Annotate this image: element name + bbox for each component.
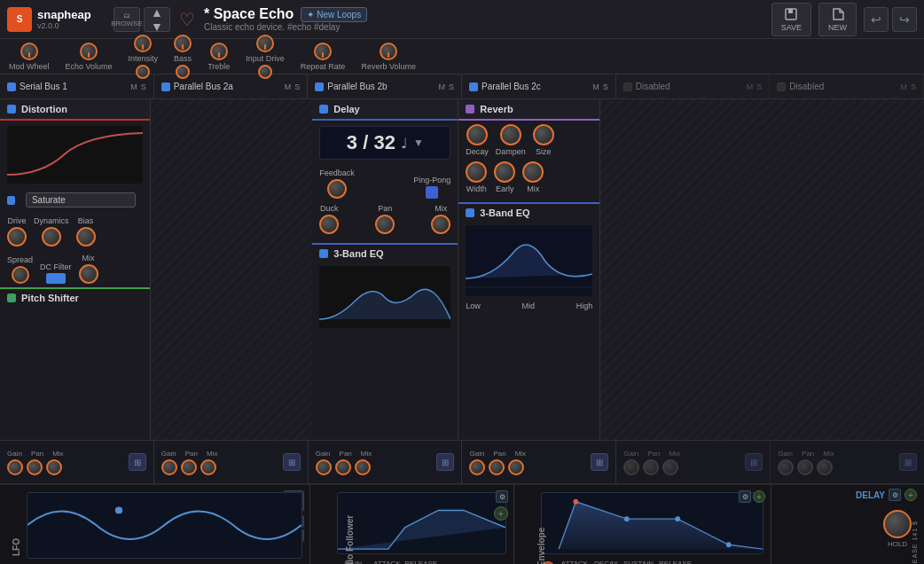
eq-small-led[interactable] (319, 249, 328, 258)
ch3-expand-btn[interactable]: ⊞ (436, 453, 454, 471)
ch3-pan-knob[interactable] (335, 459, 351, 475)
env-sustain-stat: SUSTAIN 39 % (623, 560, 654, 564)
bus-parallel-2b[interactable]: Parallel Bus 2b M S (308, 74, 462, 98)
dampen-col: Dampen (496, 124, 526, 156)
ch1-expand-btn[interactable]: ⊞ (129, 453, 146, 471)
width-knob[interactable] (466, 161, 487, 183)
undo-button[interactable]: ↩ (864, 7, 889, 32)
af-settings-btn[interactable]: ⚙ (496, 490, 508, 503)
delay-right-plus-btn[interactable]: + (904, 489, 917, 501)
drive-knob[interactable] (7, 227, 27, 247)
distortion-led[interactable] (7, 105, 16, 114)
delay-right-settings-btn[interactable]: ⚙ (889, 489, 901, 501)
ch4-gain-knob[interactable] (469, 459, 485, 475)
ch4-expand-btn[interactable]: ⊞ (591, 453, 608, 471)
ch1-pan-knob[interactable] (27, 459, 43, 475)
redo-button[interactable]: ↪ (892, 7, 917, 32)
reverb-panel: Reverb Decay Dampen Size (458, 99, 600, 440)
delay-row1: Feedback Ping-Pong (319, 168, 450, 199)
ping-pong-toggle[interactable] (426, 186, 438, 199)
ch1-mix-knob[interactable] (46, 459, 62, 475)
ch3-gain-knob[interactable] (316, 459, 332, 475)
ch5-pan-knob[interactable] (643, 459, 659, 475)
ch3-mix-knob[interactable] (355, 459, 371, 475)
delay-menu-icon[interactable]: ▼ (413, 137, 424, 149)
input-drive-knob[interactable] (256, 35, 274, 52)
undo-redo: ↩ ↪ (864, 7, 917, 32)
bus-led-p2a (161, 82, 170, 91)
decay-knob[interactable] (466, 124, 488, 145)
treble-knob[interactable] (210, 43, 228, 60)
spread-knob[interactable] (12, 266, 29, 284)
bus-parallel-2c[interactable]: Parallel Bus 2c M S (462, 74, 616, 98)
af-release-stat: RELEASE 10.0 s (404, 560, 437, 564)
ch6-mix-knob[interactable] (817, 459, 833, 475)
dist-mix-knob[interactable] (79, 264, 98, 284)
ch1-gain-knob[interactable] (7, 459, 23, 475)
ch6-pan-knob[interactable] (797, 459, 813, 475)
bus-serial-1[interactable]: Serial Bus 1 M S (0, 74, 154, 98)
eq-large-led[interactable] (466, 208, 474, 217)
saturate-select[interactable]: Saturate (26, 192, 136, 208)
ch6-gain-knob[interactable] (778, 459, 794, 475)
reverb-led[interactable] (466, 105, 474, 114)
pitch-shifter-led[interactable] (7, 294, 16, 302)
saturate-led[interactable] (7, 196, 15, 205)
delay-mix-knob[interactable] (431, 215, 450, 234)
dc-filter-toggle[interactable] (46, 273, 66, 284)
dynamics-knob[interactable] (42, 227, 61, 247)
ch5-expand-btn[interactable]: ⊞ (745, 453, 763, 471)
new-button[interactable]: NEW (818, 3, 857, 36)
ch4-mix-knob[interactable] (508, 459, 524, 475)
save-button[interactable]: SAVE (771, 3, 811, 36)
pitch-shifter-header: Pitch Shifter (0, 287, 150, 307)
duck-knob[interactable] (319, 215, 339, 234)
envelope-panel: Envelope ⚙ + ATT (514, 485, 771, 564)
bass-knob[interactable] (174, 35, 192, 52)
ch2-mix-knob[interactable] (200, 459, 216, 475)
early-col: Early (494, 161, 515, 193)
ch2-gain-knob[interactable] (161, 459, 177, 475)
bus-parallel-2a[interactable]: Parallel Bus 2a M S (154, 74, 309, 98)
top-bar: S snapheap v2.0.0 🗂 BROWSE ▲▼ ♡ * Space … (0, 0, 924, 39)
env-release-stat: RELEASE 1.41 s (659, 560, 692, 564)
repeat-rate-knob[interactable] (314, 43, 332, 60)
reverb-mix-knob[interactable] (522, 161, 544, 183)
reverb-volume-knob[interactable] (380, 43, 397, 60)
bus-row: Serial Bus 1 M S Parallel Bus 2a M S Par… (0, 74, 924, 99)
delay-pan-col: Pan (375, 204, 395, 234)
ch2-expand-btn[interactable]: ⊞ (283, 453, 301, 471)
empty-panel-1 (151, 99, 312, 440)
early-knob[interactable] (494, 161, 515, 183)
delay-pan-knob[interactable] (375, 215, 395, 234)
af-plus-button[interactable]: + (494, 506, 508, 521)
hold-release-text: HOLD RELEASE 141 $ (912, 521, 918, 564)
bias-knob[interactable] (76, 227, 96, 247)
browse-button[interactable]: 🗂 BROWSE (114, 7, 140, 32)
ch5-mix-knob[interactable] (662, 459, 678, 475)
delay-time-display: 3 / 32 ♩ ▼ (319, 126, 450, 160)
svg-rect-1 (788, 9, 793, 13)
delay-led[interactable] (319, 105, 328, 114)
favorite-icon[interactable]: ♡ (179, 9, 195, 30)
bottom-row: LFO ⚙ ▲ ▼ ▶ 0.124 Hz (0, 484, 924, 564)
ch4-pan-knob[interactable] (489, 459, 505, 475)
mod-wheel-knob[interactable] (20, 43, 38, 60)
delay-hold-knob[interactable] (883, 510, 912, 538)
bus-led-serial1 (7, 82, 16, 91)
ch2-pan-knob[interactable] (181, 459, 197, 475)
env-settings-btn[interactable]: ⚙ (739, 490, 751, 503)
echo-volume-knob[interactable] (80, 43, 98, 60)
intensity-knob[interactable] (134, 35, 152, 52)
dampen-knob[interactable] (500, 124, 521, 145)
up-down-button[interactable]: ▲▼ (144, 7, 170, 32)
duck-col: Duck (319, 204, 339, 234)
feedback-knob[interactable] (327, 179, 347, 199)
ch6-expand-btn[interactable]: ⊞ (899, 453, 917, 471)
env-attack-stat: ATTACK 0.00 ms (560, 560, 589, 564)
ch5-gain-knob[interactable] (623, 459, 639, 475)
env-top-buttons: ⚙ + (739, 490, 765, 503)
size-knob[interactable] (533, 124, 554, 145)
distortion-curve (7, 126, 143, 184)
env-plus-btn[interactable]: + (753, 490, 765, 503)
